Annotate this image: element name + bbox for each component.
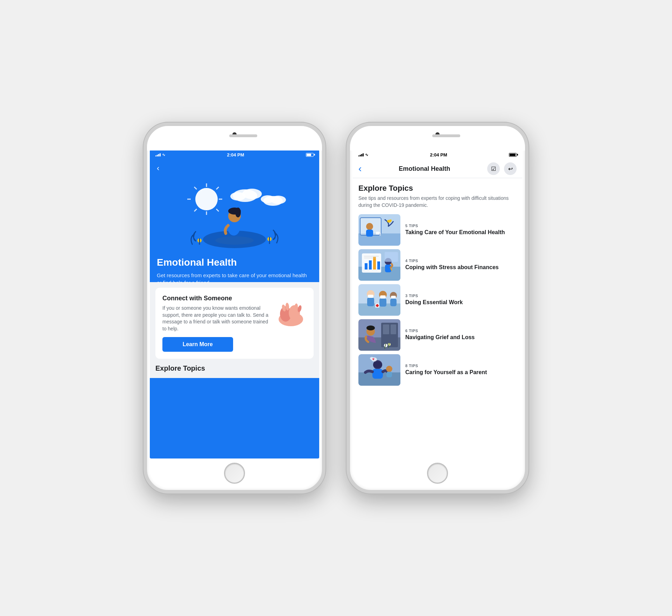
phones-container: ∿ 2:04 PM ‹: [144, 122, 528, 493]
phone2-speaker: [432, 134, 460, 137]
svg-point-75: [366, 326, 375, 330]
topic-svg-3: [358, 284, 400, 316]
phone1-content: Connect with Someone If you or someone y…: [150, 282, 319, 378]
wifi-icon: ∿: [162, 153, 165, 157]
signal-bar-2: [157, 155, 158, 156]
explore-section-desc: See tips and resources from experts for …: [358, 195, 517, 209]
phone1-hero: ‹: [150, 160, 319, 282]
phone2-back-button[interactable]: ‹: [358, 163, 362, 174]
topic-tips-1: 5 TIPS: [405, 224, 517, 228]
explore-section-title: Explore Topics: [358, 184, 517, 193]
connect-card-inner: Connect with Someone If you or someone y…: [162, 295, 307, 352]
svg-rect-48: [377, 261, 380, 270]
topic-tips-4: 6 TIPS: [405, 329, 517, 333]
connect-description: If you or someone you know wants emotion…: [162, 305, 271, 332]
svg-point-1: [195, 188, 218, 210]
phone2-share-button[interactable]: ↩: [504, 162, 517, 175]
signal-bars: [155, 153, 161, 156]
phone2-nav: ‹ Emotional Health ☑ ↩: [353, 160, 522, 178]
svg-rect-64: [390, 299, 397, 306]
phone-1: ∿ 2:04 PM ‹: [144, 122, 326, 493]
topic-tips-5: 8 TIPS: [405, 364, 517, 368]
signal-bar-3: [158, 154, 159, 156]
svg-rect-41: [376, 232, 379, 234]
connect-text: Connect with Someone If you or someone y…: [162, 295, 271, 352]
phone2-status-bar: ∿ 2:04 PM: [353, 150, 522, 160]
phone2-battery: [509, 153, 517, 157]
svg-rect-65: [391, 296, 396, 299]
phone-2: ∿ 2:04 PM ‹ Emotional Health ☑: [346, 122, 528, 493]
topic-thumb-5: [358, 354, 400, 386]
speaker: [229, 134, 257, 137]
svg-point-83: [373, 361, 382, 368]
battery-icon: [306, 153, 314, 157]
topic-item-emotional-health[interactable]: 5 TIPS Taking Care of Your Emotional Hea…: [358, 214, 517, 246]
phone2-status-left: ∿: [358, 153, 368, 157]
svg-rect-72: [383, 324, 389, 334]
phone1-status-bar: ∿ 2:04 PM: [150, 150, 319, 160]
hero-illustration: [157, 176, 312, 257]
phone1-nav: ‹: [157, 163, 312, 176]
svg-point-39: [366, 223, 373, 230]
phone2-signal-bars: [358, 153, 364, 156]
topic-tips-2: 4 TIPS: [405, 259, 517, 263]
phone2-bookmark-icon: ☑: [491, 166, 496, 172]
status-bar-right: [306, 153, 314, 157]
phone2-content: Explore Topics See tips and resources fr…: [353, 178, 522, 458]
topic-thumb-3: [358, 284, 400, 316]
topic-info-2: 4 TIPS Coping with Stress about Finances: [405, 259, 517, 271]
phone2-volume-up: [346, 220, 348, 238]
phone1-explore-title: Explore Topics: [155, 364, 314, 372]
topic-item-essential-work[interactable]: 3 TIPS Doing Essential Work: [358, 284, 517, 316]
phone2-home-button[interactable]: [427, 463, 448, 484]
volume-down-button: [144, 196, 145, 214]
topic-svg-1: [358, 214, 400, 246]
svg-point-38: [390, 219, 392, 222]
home-button[interactable]: [224, 463, 245, 484]
status-bar-left: ∿: [155, 153, 165, 157]
battery-fill: [307, 154, 312, 156]
topic-item-grief[interactable]: 6 TIPS Navigating Grief and Loss: [358, 319, 517, 351]
topic-svg-5: [358, 354, 400, 386]
learn-more-button[interactable]: Learn More: [162, 337, 233, 352]
volume-up-button: [144, 220, 145, 238]
hero-title: Emotional Health: [157, 257, 312, 268]
svg-rect-47: [373, 257, 376, 270]
svg-point-12: [230, 192, 246, 201]
phone2-status-right: [509, 153, 517, 157]
topic-info-1: 5 TIPS Taking Care of Your Emotional Hea…: [405, 224, 517, 236]
topic-item-parenting[interactable]: 8 TIPS Caring for Yourself as a Parent: [358, 354, 517, 386]
topic-thumb-2: [358, 249, 400, 281]
svg-rect-59: [368, 295, 373, 298]
connect-svg: [277, 298, 305, 326]
svg-point-85: [386, 366, 392, 372]
svg-rect-68: [376, 305, 379, 306]
svg-rect-61: [379, 298, 386, 307]
connect-title: Connect with Someone: [162, 295, 271, 302]
topic-info-4: 6 TIPS Navigating Grief and Loss: [405, 329, 517, 341]
phone1-time: 2:04 PM: [227, 152, 244, 158]
topic-item-finances[interactable]: 4 TIPS Coping with Stress about Finances: [358, 249, 517, 281]
topic-tips-3: 3 TIPS: [405, 294, 517, 298]
topic-info-3: 3 TIPS Doing Essential Work: [405, 294, 517, 306]
phone2-signal-3: [361, 154, 362, 156]
phone2-bookmark-button[interactable]: ☑: [487, 162, 500, 175]
signal-bar-1: [155, 155, 156, 156]
phone2-signal-2: [360, 155, 361, 156]
svg-point-17: [215, 236, 254, 245]
phone2-time: 2:04 PM: [430, 152, 447, 158]
phone2-power: [527, 210, 528, 234]
topic-name-4: Navigating Grief and Loss: [405, 334, 517, 341]
phone2-volume-down: [346, 196, 348, 214]
phone2-screen: ∿ 2:04 PM ‹ Emotional Health ☑: [353, 150, 522, 458]
topic-info-5: 8 TIPS Caring for Yourself as a Parent: [405, 364, 517, 376]
hero-description: Get resources from experts to take care …: [157, 272, 312, 282]
back-button[interactable]: ‹: [157, 164, 159, 173]
topic-name-1: Taking Care of Your Emotional Health: [405, 229, 517, 236]
svg-rect-45: [365, 263, 368, 270]
topic-name-2: Coping with Stress about Finances: [405, 264, 517, 271]
svg-rect-84: [372, 369, 383, 379]
svg-rect-54: [385, 252, 398, 262]
topic-thumb-4: [358, 319, 400, 351]
topic-svg-2: [358, 249, 400, 281]
